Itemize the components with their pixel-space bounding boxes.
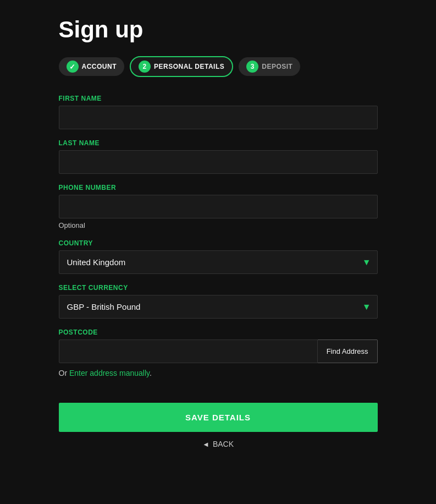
phone-number-input[interactable]: [59, 195, 378, 218]
country-label: COUNTRY: [59, 239, 378, 247]
step-deposit-label: DEPOSIT: [262, 63, 292, 70]
back-arrow-icon: ◄: [202, 440, 209, 448]
steps-bar: ✓ ACCOUNT 2 PERSONAL DETAILS 3 DEPOSIT: [59, 56, 378, 77]
step-deposit[interactable]: 3 DEPOSIT: [239, 57, 300, 76]
step-personal-details[interactable]: 2 PERSONAL DETAILS: [130, 56, 233, 77]
last-name-input[interactable]: [59, 150, 378, 174]
currency-select-wrapper: GBP - British Pound USD - US Dollar EUR …: [59, 295, 378, 319]
step-personal-details-number: 2: [139, 61, 151, 73]
find-address-button[interactable]: Find Address: [318, 339, 378, 363]
step-account[interactable]: ✓ ACCOUNT: [59, 57, 125, 76]
manual-address-prefix: Or: [59, 369, 69, 377]
postcode-group: POSTCODE Find Address Or Enter address m…: [59, 328, 378, 377]
save-details-button[interactable]: SAVE DETAILS: [59, 403, 378, 432]
step-personal-details-label: PERSONAL DETAILS: [154, 63, 224, 70]
back-row[interactable]: ◄ BACK: [59, 440, 378, 448]
postcode-label: POSTCODE: [59, 328, 378, 336]
postcode-input[interactable]: [59, 339, 318, 363]
back-label: BACK: [213, 440, 234, 448]
first-name-label: FIRST NAME: [59, 95, 378, 102]
manual-address-row: Or Enter address manually.: [59, 369, 378, 377]
country-group: COUNTRY United Kingdom United States Aus…: [59, 239, 378, 274]
enter-address-manually-link[interactable]: Enter address manually: [69, 369, 150, 377]
manual-address-suffix: .: [150, 369, 152, 377]
phone-hint: Optional: [59, 221, 378, 229]
postcode-row: Find Address: [59, 339, 378, 363]
step-deposit-number: 3: [246, 61, 258, 73]
country-select-wrapper: United Kingdom United States Australia C…: [59, 250, 378, 274]
page-title: Sign up: [59, 17, 378, 43]
last-name-group: LAST NAME: [59, 139, 378, 174]
currency-label: SELECT CURRENCY: [59, 284, 378, 292]
last-name-label: LAST NAME: [59, 139, 378, 147]
step-account-label: ACCOUNT: [82, 63, 117, 70]
first-name-group: FIRST NAME: [59, 95, 378, 129]
signup-container: Sign up ✓ ACCOUNT 2 PERSONAL DETAILS 3 D…: [59, 17, 378, 448]
first-name-input[interactable]: [59, 106, 378, 129]
phone-number-label: PHONE NUMBER: [59, 184, 378, 191]
currency-select[interactable]: GBP - British Pound USD - US Dollar EUR …: [59, 295, 378, 319]
phone-number-group: PHONE NUMBER Optional: [59, 184, 378, 229]
step-account-check: ✓: [67, 61, 79, 73]
currency-group: SELECT CURRENCY GBP - British Pound USD …: [59, 284, 378, 319]
country-select[interactable]: United Kingdom United States Australia C…: [59, 250, 378, 274]
